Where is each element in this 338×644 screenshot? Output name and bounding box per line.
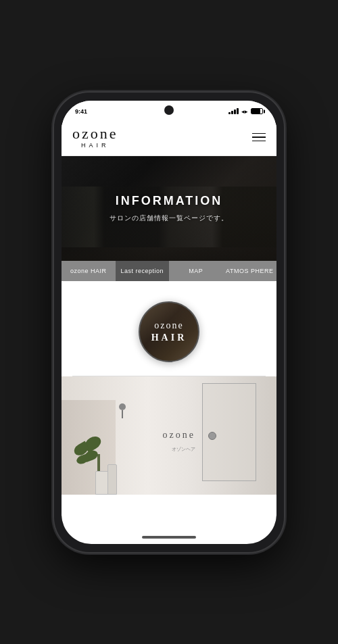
- hero-section: INFORMATION サロンの店舗情報一覧ページです。: [62, 156, 276, 261]
- menu-line-1: [252, 133, 266, 134]
- door-handle: [208, 432, 216, 440]
- tab-atmos-phere[interactable]: ATMOS PHERE: [223, 261, 277, 281]
- front-camera: [164, 105, 174, 115]
- website-content[interactable]: ozone HAIR INFORMATION サロンの店舗情報一覧ページです。: [62, 120, 276, 495]
- tab-map[interactable]: MAP: [169, 261, 223, 281]
- status-icons: ◂▸: [228, 108, 263, 115]
- lamp-head: [119, 403, 126, 410]
- circle-logo-line2: HAIR: [151, 332, 187, 343]
- battery-icon: [251, 108, 263, 114]
- photo-brand-subtext: オゾンヘア: [172, 446, 195, 453]
- photo-brand-text: ozone: [163, 430, 195, 441]
- tab-ozone-hair[interactable]: ozone HAIR: [62, 261, 116, 281]
- menu-button[interactable]: [252, 133, 266, 142]
- photo-vase-1: [95, 471, 109, 495]
- status-bar: 9:41 ◂▸: [62, 101, 276, 120]
- photo-lamp: [119, 403, 126, 417]
- photo-door: [202, 383, 256, 481]
- salon-photo: ozone オゾンヘア: [62, 376, 276, 495]
- menu-line-3: [252, 141, 266, 142]
- wifi-icon: ◂▸: [241, 108, 248, 115]
- hero-content: INFORMATION サロンの店舗情報一覧ページです。: [62, 156, 276, 261]
- status-time: 9:41: [75, 108, 87, 115]
- hero-subtitle: サロンの店舗情報一覧ページです。: [110, 214, 228, 223]
- photo-vase-2: [107, 464, 117, 495]
- circle-logo-line1: ozone: [151, 320, 187, 332]
- signal-icon: [228, 108, 239, 114]
- phone-device: 9:41 ◂▸ ozone HAIR: [54, 93, 284, 552]
- phone-screen: 9:41 ◂▸ ozone HAIR: [62, 101, 276, 544]
- circle-logo: ozone HAIR: [139, 301, 199, 362]
- hero-title: INFORMATION: [116, 194, 223, 208]
- site-header: ozone HAIR: [62, 120, 276, 156]
- main-content: ozone HAIR: [62, 281, 276, 376]
- nav-tabs[interactable]: ozone HAIR Last reception MAP ATMOS PHER…: [62, 261, 276, 281]
- home-indicator: [142, 536, 196, 539]
- logo-sub-text: HAIR: [81, 142, 110, 149]
- logo-main-text: ozone: [72, 126, 118, 141]
- logo: ozone HAIR: [72, 126, 118, 149]
- menu-line-2: [252, 137, 266, 138]
- circle-logo-text: ozone HAIR: [151, 320, 187, 343]
- tab-last-reception[interactable]: Last reception: [116, 261, 170, 281]
- lamp-arm: [122, 410, 123, 418]
